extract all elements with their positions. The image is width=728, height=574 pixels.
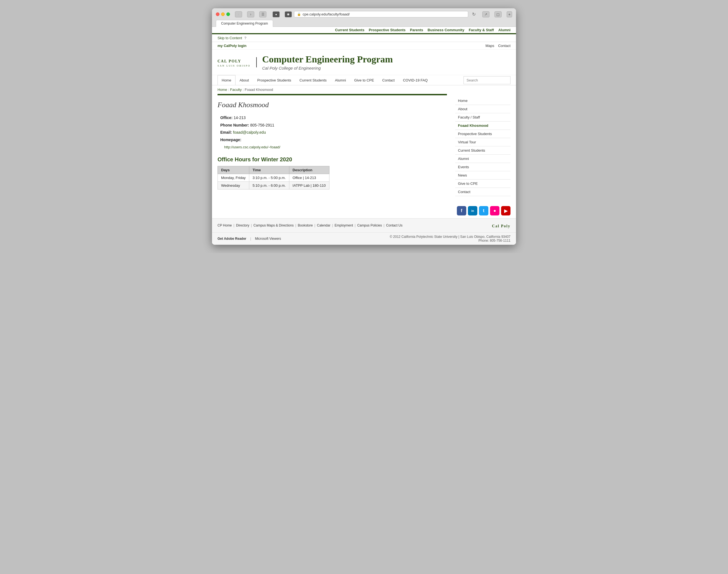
main-nav-bar: Current Students Prospective Students Pa… (212, 27, 516, 34)
vpn-icon: ◉ (285, 11, 292, 17)
local-nav-give[interactable]: Give to CPE (350, 75, 378, 85)
email-link[interactable]: foaad@calpoly.edu (233, 130, 266, 134)
forward-button[interactable]: › (247, 11, 254, 17)
table-row: Monday, Friday3:10 p.m. - 5:00 p.m.Offic… (218, 174, 330, 182)
facebook-icon[interactable]: f (457, 206, 466, 215)
main-content: Foaad Khosmood Office: 14-213 Phone Numb… (218, 94, 450, 196)
breadcrumb-home[interactable]: Home (218, 88, 227, 92)
breadcrumb-faculty[interactable]: Faculty (230, 88, 242, 92)
nav-alumni[interactable]: Alumni (498, 28, 510, 32)
youtube-icon[interactable]: ▶ (501, 206, 510, 215)
footer-bottom: Get Adobe Reader | Microsoft Viewers © 2… (212, 232, 516, 245)
sidebar-nav-item[interactable]: Events (455, 163, 510, 171)
sidebar-nav-item[interactable]: News (455, 171, 510, 179)
footer-campus-policies[interactable]: Campus Policies (357, 223, 382, 227)
local-nav-covid[interactable]: COVID-19 FAQ (399, 75, 432, 85)
office-line: Office: 14-213 (220, 114, 447, 122)
homepage-label: Homepage: (220, 137, 241, 142)
breadcrumb-sep1: : (228, 88, 230, 92)
microsoft-viewers-link[interactable]: Microsoft Viewers (255, 237, 281, 241)
col-description: Description (289, 166, 329, 174)
sidebar-nav-item[interactable]: Faculty / Staff (455, 113, 510, 122)
local-nav-contact[interactable]: Contact (378, 75, 399, 85)
sidebar-nav-item[interactable]: Prospective Students (455, 130, 510, 138)
sidebar-nav-item[interactable]: Contact (455, 188, 510, 196)
col-days: Days (218, 166, 249, 174)
sidebar-nav-item[interactable]: About (455, 105, 510, 113)
close-button[interactable] (216, 12, 220, 16)
social-icons: f in t ● ▶ (212, 202, 516, 218)
share-button[interactable]: ↗ (482, 11, 490, 17)
footer-directory[interactable]: Directory (236, 223, 249, 227)
nav-faculty-staff[interactable]: Faculty & Staff (469, 28, 494, 32)
content-wrapper: Foaad Khosmood Office: 14-213 Phone Numb… (212, 94, 516, 202)
my-calpoly-login[interactable]: my CalPoly login (218, 44, 246, 48)
program-info: Computer Engineering Program Cal Poly Co… (262, 54, 393, 71)
lock-icon: 🔒 (297, 12, 301, 16)
footer-bookstore[interactable]: Bookstore (298, 223, 313, 227)
phone-label: Phone Number: (220, 123, 250, 127)
minimize-button[interactable] (221, 12, 225, 16)
footer-contact-us[interactable]: Contact Us (386, 223, 403, 227)
local-nav-about[interactable]: About (235, 75, 253, 85)
address-bar[interactable]: 🔒 cpe.calpoly.edu/faculty/foaad/ (294, 11, 468, 17)
footer-cp-home[interactable]: CP Home (218, 223, 232, 227)
flickr-icon[interactable]: ● (490, 206, 499, 215)
add-tab-button[interactable]: + (507, 11, 512, 17)
footer-employment[interactable]: Employment (335, 223, 353, 227)
maps-link[interactable]: Maps (485, 44, 494, 48)
sidebar-toggle-button[interactable]: ☰ (259, 11, 266, 17)
sidebar-nav-item[interactable]: Home (455, 97, 510, 105)
local-nav-prospective[interactable]: Prospective Students (253, 75, 296, 85)
active-tab[interactable]: Computer Engineering Program (216, 20, 273, 27)
footer-campus-maps[interactable]: Campus Maps & Directions (254, 223, 294, 227)
twitter-icon[interactable]: t (479, 206, 488, 215)
reload-button[interactable]: ↻ (470, 11, 477, 17)
table-cell-0-0: Monday, Friday (218, 174, 249, 182)
green-divider (218, 94, 447, 95)
browser-controls: ‹ › ☰ ● ◉ 🔒 cpe.calpoly.edu/faculty/foaa… (216, 11, 512, 17)
adobe-reader-link[interactable]: Get Adobe Reader (218, 237, 246, 241)
nav-business-community[interactable]: Business Community (428, 28, 464, 32)
homepage-url[interactable]: http://users.csc.calpoly.edu/~foaad/ (224, 145, 280, 149)
table-row: Wednesday5:10 p.m. - 6:00 p.m.IATPP Lab … (218, 182, 330, 190)
traffic-lights (216, 12, 230, 16)
secondary-util: my CalPoly login Maps Contact (212, 42, 516, 50)
local-nav-alumni[interactable]: Alumni (331, 75, 350, 85)
local-nav-home[interactable]: Home (218, 75, 235, 85)
phone-line: Phone Number: 805-756-2911 (220, 122, 447, 129)
browser-titlebar: ‹ › ☰ ● ◉ 🔒 cpe.calpoly.edu/faculty/foaa… (212, 8, 516, 27)
logo-subtext: SAN LUIS OBISPO (218, 65, 251, 68)
footer-bottom-left: Get Adobe Reader | Microsoft Viewers (218, 237, 281, 241)
skip-area: Skip to Content ? (218, 36, 246, 40)
contact-link[interactable]: Contact (498, 44, 510, 48)
footer-calendar[interactable]: Calendar (317, 223, 331, 227)
fullscreen-button[interactable] (226, 12, 230, 16)
email-line: Email: foaad@calpoly.edu (220, 129, 447, 136)
homepage-line: Homepage: (220, 136, 447, 144)
sidebar-nav-item[interactable]: Foaad Khosmood (455, 122, 510, 130)
help-icon: ? (244, 36, 246, 40)
table-cell-1-1: 5:10 p.m. - 6:00 p.m. (249, 182, 289, 190)
footer-links: CP Home | Directory | Campus Maps & Dire… (212, 218, 516, 232)
linkedin-icon[interactable]: in (468, 206, 477, 215)
local-nav-search[interactable] (463, 76, 510, 84)
skip-to-content-link[interactable]: Skip to Content (218, 36, 242, 40)
logo-area: CAL POLY SAN LUIS OBISPO (218, 57, 257, 67)
sidebar-nav-item[interactable]: Alumni (455, 155, 510, 163)
nav-parents[interactable]: Parents (410, 28, 423, 32)
sidebar-nav-item[interactable]: Virtual Tour (455, 138, 510, 147)
new-tab-button[interactable]: ◻ (494, 11, 502, 17)
breadcrumb-current: Foaad Khosmood (244, 88, 273, 92)
nav-prospective-students[interactable]: Prospective Students (369, 28, 406, 32)
table-cell-0-2: Office | 14-213 (289, 174, 329, 182)
table-cell-1-2: IATPP Lab | 180-110 (289, 182, 329, 190)
nav-current-students[interactable]: Current Students (335, 28, 364, 32)
shield-icon: ● (272, 11, 280, 17)
sidebar-nav-item[interactable]: Current Students (455, 147, 510, 155)
table-cell-0-1: 3:10 p.m. - 5:00 p.m. (249, 174, 289, 182)
site-header: CAL POLY SAN LUIS OBISPO Computer Engine… (212, 50, 516, 75)
local-nav-current[interactable]: Current Students (296, 75, 331, 85)
sidebar-nav-item[interactable]: Give to CPE (455, 179, 510, 188)
back-button[interactable]: ‹ (235, 11, 242, 17)
